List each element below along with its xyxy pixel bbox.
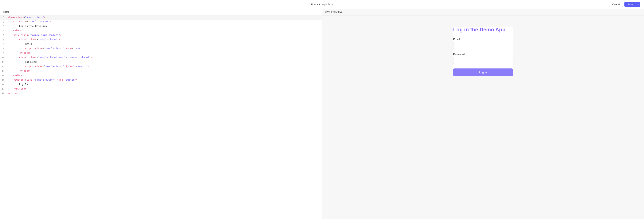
line-content: </label>: [8, 70, 322, 72]
line-content: </h1>: [8, 29, 322, 32]
sample-form: Log in the Demo App Email Password Log I…: [453, 27, 513, 76]
line-content: <button class="sample-button" type="butt…: [8, 78, 322, 81]
email-input[interactable]: [453, 42, 513, 49]
code-line: 2 <h1 class="sample-header">: [0, 20, 322, 24]
line-content: Log in the Demo App: [8, 24, 322, 28]
email-label: Email: [453, 38, 513, 49]
line-content: </form>: [8, 92, 322, 94]
line-number: 16: [0, 83, 8, 86]
topbar-actions: Cancel Save ▾: [609, 2, 640, 7]
form-fields: Email Password: [453, 38, 513, 64]
line-number: 12: [0, 65, 8, 68]
preview-panel-header: LIVE PREVIEW: [322, 9, 644, 16]
code-line: 10 <label class="sample-label sample-pas…: [0, 56, 322, 60]
email-label-text: Email: [453, 38, 513, 41]
main-content: HTML 1<form class="sample-form">2 <h1 cl…: [0, 9, 644, 219]
line-number: 9: [0, 52, 8, 54]
code-line: 6 <label class="sample-label">: [0, 38, 322, 42]
line-number: 7: [0, 42, 8, 46]
code-line: 11 Password: [0, 60, 322, 65]
code-line: 14 </div>: [0, 74, 322, 78]
password-label: Password: [453, 53, 513, 64]
line-number: 3: [0, 24, 8, 28]
code-line: 8 <input class="sample-input" type="text…: [0, 47, 322, 51]
line-content: </div>: [8, 74, 322, 77]
line-number: 5: [0, 34, 8, 36]
line-number: 8: [0, 47, 8, 50]
line-number: 1: [0, 16, 8, 19]
code-line: 3 Log in the Demo App: [0, 24, 322, 29]
code-line: 15 <button class="sample-button" type="b…: [0, 78, 322, 83]
topbar: Forms / Login form Cancel Save ▾: [0, 0, 644, 9]
code-line: 13 </label>: [0, 69, 322, 74]
line-content: <form class="sample-form">: [8, 16, 322, 18]
password-input[interactable]: [453, 57, 513, 64]
line-number: 10: [0, 56, 8, 59]
line-content: Password: [8, 60, 322, 63]
line-content: </button>: [8, 87, 322, 90]
password-label-text: Password: [453, 53, 513, 56]
line-content: <input class="sample-input" type="text">: [8, 47, 322, 50]
line-number: 2: [0, 20, 8, 23]
code-line: 5 <div class="sample-form-content">: [0, 34, 322, 38]
line-number: 14: [0, 74, 8, 77]
line-content: <h1 class="sample-header">: [8, 20, 322, 23]
save-button[interactable]: Save: [624, 2, 636, 7]
line-number: 13: [0, 70, 8, 72]
line-content: Email: [8, 42, 322, 45]
form-heading: Log in the Demo App: [453, 27, 513, 33]
code-line: 7 Email: [0, 42, 322, 47]
line-content: </label>: [8, 52, 322, 54]
line-content: Log In: [8, 83, 322, 86]
preview-content: Log in the Demo App Email Password Log I…: [322, 16, 644, 219]
cancel-button[interactable]: Cancel: [609, 2, 623, 7]
preview-panel: LIVE PREVIEW Log in the Demo App Email P…: [322, 9, 644, 219]
line-content: <label class="sample-label sample-passwo…: [8, 56, 322, 59]
line-content: <input class="sample-input" type="passwo…: [8, 65, 322, 68]
line-number: 18: [0, 92, 8, 95]
line-number: 4: [0, 29, 8, 32]
code-line: 1<form class="sample-form">: [0, 16, 322, 20]
login-button[interactable]: Log In: [453, 68, 513, 76]
code-line: 18</form>: [0, 92, 322, 96]
line-number: 11: [0, 60, 8, 64]
save-button-group: Save ▾: [624, 2, 640, 7]
code-line: 12 <input class="sample-input" type="pas…: [0, 65, 322, 69]
line-number: 17: [0, 87, 8, 90]
save-dropdown-button[interactable]: ▾: [636, 2, 640, 7]
code-line: 4 </h1>: [0, 29, 322, 34]
page-title: Forms / Login form: [311, 3, 333, 6]
line-content: <label class="sample-label">: [8, 38, 322, 41]
line-number: 6: [0, 38, 8, 41]
editor-panel: HTML 1<form class="sample-form">2 <h1 cl…: [0, 9, 322, 219]
line-content: <div class="sample-form-content">: [8, 34, 322, 36]
code-line: 17 </button>: [0, 87, 322, 92]
code-line: 9 </label>: [0, 51, 322, 56]
line-number: 15: [0, 78, 8, 81]
code-line: 16 Log In: [0, 83, 322, 87]
editor-panel-header: HTML: [0, 9, 322, 16]
code-editor[interactable]: 1<form class="sample-form">2 <h1 class="…: [0, 16, 322, 219]
